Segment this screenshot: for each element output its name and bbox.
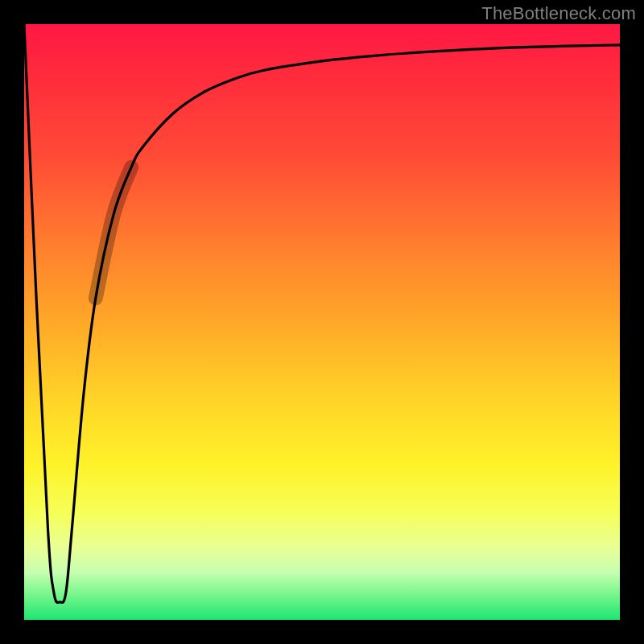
bottleneck-curve-highlight <box>96 167 131 299</box>
chart-frame: TheBottleneck.com <box>0 0 644 644</box>
bottleneck-curve <box>24 24 620 603</box>
curve-layer <box>24 24 620 620</box>
attribution-text: TheBottleneck.com <box>481 3 636 24</box>
